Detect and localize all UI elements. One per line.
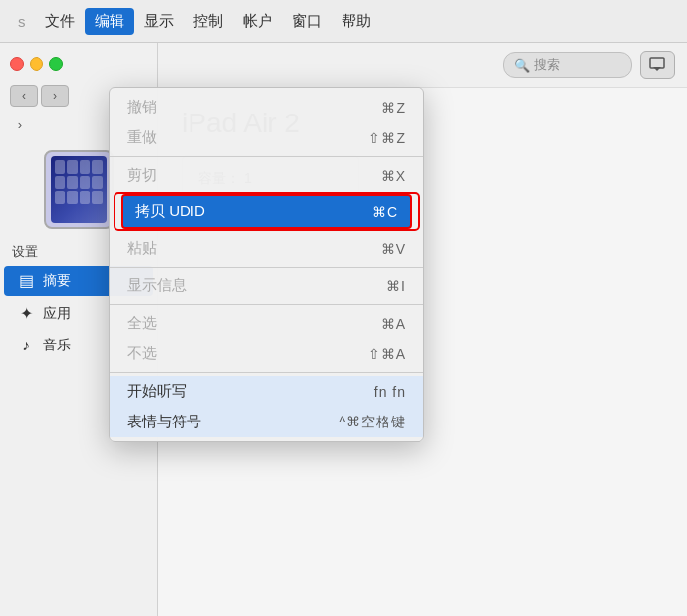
menu-item-emoji-label: 表情与符号 [127,413,201,431]
app-icon-mini [80,160,91,174]
menu-item-emoji[interactable]: 表情与符号 ^⌘空格键 [110,407,423,437]
apps-icon: ✦ [16,304,36,323]
traffic-lights [10,57,63,71]
zoom-button[interactable] [49,57,63,71]
search-icon: 🔍 [514,58,530,73]
menu-item-show-info[interactable]: 显示信息 ⌘I [110,270,423,301]
menu-item-copy-udid[interactable]: 拷贝 UDID ⌘C [121,194,412,229]
menu-item-select-all-shortcut: ⌘A [381,316,406,332]
menu-divider-4 [110,372,423,373]
menu-item-redo-shortcut: ⇧⌘Z [368,130,406,146]
menu-item-paste-shortcut: ⌘V [381,241,406,257]
menubar: s 文件 编辑 显示 控制 帐户 窗口 帮助 [0,0,687,43]
close-button[interactable] [10,57,24,71]
menu-divider-3 [110,304,423,305]
device-screen [51,156,107,223]
menu-divider-2 [110,267,423,268]
menu-item-copy-udid-label: 拷贝 UDID [135,202,205,221]
menu-item-deselect-label: 不选 [127,345,157,363]
menu-item-dictation[interactable]: 开始听写 fn fn [110,376,423,407]
menu-item-copy-udid-shortcut: ⌘C [372,204,398,220]
app-icon-mini [80,191,91,204]
menu-item-dictation-label: 开始听写 [127,382,187,401]
menu-item-paste[interactable]: 粘贴 ⌘V [110,233,423,264]
app-icon-mini [92,160,103,174]
app-icon-mini [67,176,78,190]
menubar-item-control[interactable]: 控制 [184,8,233,35]
menu-item-paste-label: 粘贴 [127,239,157,258]
menu-item-deselect-shortcut: ⇧⌘A [368,346,406,362]
menu-item-undo-label: 撤销 [127,98,157,116]
forward-button[interactable]: › [41,85,69,107]
app-icon-mini [67,160,78,174]
menubar-item-s[interactable]: s [8,9,36,34]
menu-item-redo[interactable]: 重做 ⇧⌘Z [110,122,423,153]
device-thumbnail [44,150,114,229]
menu-item-deselect[interactable]: 不选 ⇧⌘A [110,339,423,369]
menubar-item-file[interactable]: 文件 [36,8,85,35]
menu-item-select-all-label: 全选 [127,314,157,333]
menu-item-select-all[interactable]: 全选 ⌘A [110,308,423,339]
menu-item-show-info-shortcut: ⌘I [386,278,406,294]
menubar-item-window[interactable]: 窗口 [282,8,332,35]
app-icon-mini [92,176,103,190]
menu-item-undo-shortcut: ⌘Z [381,100,406,116]
menu-item-redo-label: 重做 [127,128,157,147]
window-controls [0,51,157,77]
app-icon-mini [80,176,91,190]
svg-rect-0 [650,58,664,68]
menu-divider-1 [110,156,423,157]
copy-udid-wrapper: 拷贝 UDID ⌘C [114,192,420,231]
search-box[interactable]: 🔍 搜索 [503,52,632,78]
minimize-button[interactable] [30,57,43,71]
app-icon-mini [55,191,66,204]
edit-dropdown-menu: 撤销 ⌘Z 重做 ⇧⌘Z 剪切 ⌘X 拷贝 UDID ⌘C 粘贴 ⌘V 显 [109,87,424,442]
menubar-item-edit[interactable]: 编辑 [85,8,134,35]
app-icon-mini [55,160,66,174]
airplay-icon [649,56,666,74]
back-button[interactable]: ‹ [10,85,38,107]
menu-item-emoji-shortcut: ^⌘空格键 [339,414,406,431]
collapse-arrow[interactable]: › [10,115,30,134]
menu-item-cut-label: 剪切 [127,166,157,185]
svg-marker-1 [653,67,661,71]
summary-icon: ▤ [16,271,36,290]
menu-item-cut[interactable]: 剪切 ⌘X [110,160,423,191]
menubar-item-account[interactable]: 帐户 [233,8,282,35]
menubar-item-help[interactable]: 帮助 [332,8,381,35]
menu-item-show-info-label: 显示信息 [127,276,187,295]
menu-item-cut-shortcut: ⌘X [381,168,406,184]
menubar-item-display[interactable]: 显示 [134,8,184,35]
music-icon: ♪ [16,337,36,354]
content-toolbar: 🔍 搜索 [158,43,687,88]
airplay-button[interactable] [640,51,675,79]
menu-item-dictation-shortcut: fn fn [374,384,406,400]
app-icon-mini [55,176,66,190]
app-icon-mini [92,191,103,204]
menu-item-undo[interactable]: 撤销 ⌘Z [110,92,423,122]
app-icon-mini [67,191,78,204]
search-placeholder: 搜索 [534,56,560,74]
main-area: ‹ › › 设置 ▤ [0,43,687,616]
